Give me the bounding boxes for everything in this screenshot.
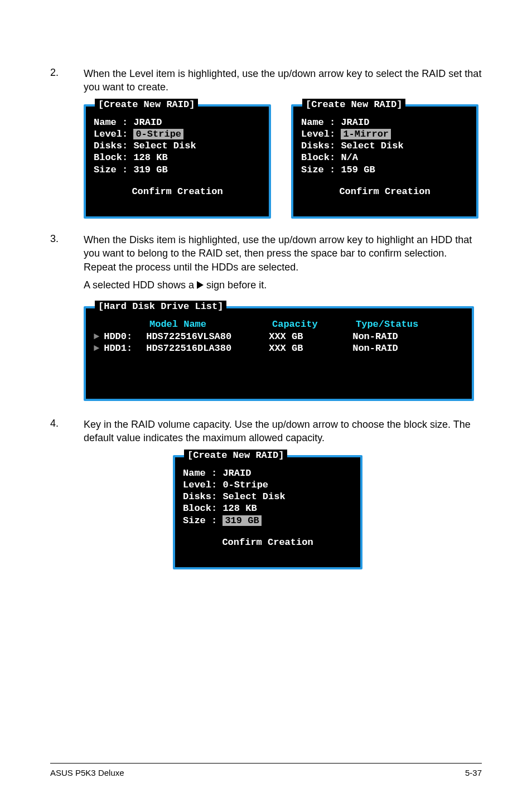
disks-value: Select Disk: [223, 491, 285, 502]
disk-type: Non-RAID: [352, 342, 398, 354]
arrow-icon: ►: [94, 342, 104, 354]
footer-right: 5-37: [465, 768, 482, 777]
col-capacity: Capacity: [272, 318, 356, 330]
bios-title: [Hard Disk Drive List]: [95, 301, 226, 312]
name-label: Name :: [183, 468, 217, 479]
block-label: Block:: [183, 503, 217, 514]
step-text: When the Level item is highlighted, use …: [84, 67, 482, 94]
text-pre: A selected HDD shows a: [84, 279, 197, 291]
level-value: 0-Stripe: [223, 480, 268, 490]
step-4: 4. Key in the RAID volume capacity. Use …: [50, 418, 482, 445]
level-label: Level:: [301, 129, 335, 139]
size-value-highlighted[interactable]: 319 GB: [223, 515, 261, 526]
step-2: 2. When the Level item is highlighted, u…: [50, 67, 482, 94]
footer-left: ASUS P5K3 Deluxe: [50, 768, 124, 777]
size-label: Size :: [94, 165, 128, 175]
name-label: Name :: [94, 117, 128, 128]
confirm-creation[interactable]: Confirm Creation: [94, 186, 261, 197]
disk-cap: XXX GB: [269, 342, 352, 354]
block-label: Block:: [301, 152, 335, 163]
level-label: Level:: [183, 480, 217, 490]
disks-label: Disks:: [94, 141, 128, 151]
block-label: Block:: [94, 152, 128, 163]
size-label: Size :: [301, 165, 335, 175]
level-value-highlighted[interactable]: 1-Mirror: [341, 129, 391, 139]
name-value: JRAID: [341, 117, 369, 128]
disks-label: Disks:: [183, 491, 217, 502]
disk-cap: XXX GB: [269, 331, 352, 342]
step-number: 4.: [50, 418, 84, 445]
arrow-icon: ►: [94, 331, 104, 342]
bios-create-raid-size: [Create New RAID] Name : JRAID Level: 0-…: [173, 455, 362, 570]
disk-id: HDD1:: [104, 342, 146, 354]
disk-model: HDS722516VLSA80: [146, 331, 269, 342]
col-type: Type/Status: [356, 318, 418, 330]
bios-title: [Create New RAID]: [302, 99, 405, 110]
bios-hard-disk-list: [Hard Disk Drive List] Model Name Capaci…: [84, 306, 474, 401]
play-icon: [197, 281, 204, 289]
confirm-creation[interactable]: Confirm Creation: [183, 537, 352, 548]
disk-type: Non-RAID: [352, 331, 398, 342]
level-value-highlighted[interactable]: 0-Stripe: [133, 129, 183, 139]
size-value: 159 GB: [341, 165, 375, 175]
bios-title: [Create New RAID]: [184, 450, 287, 461]
block-value: N/A: [341, 152, 358, 163]
disks-value: Select Disk: [341, 141, 403, 151]
disk-model: HDS722516DLA380: [146, 342, 269, 354]
step-text-2: A selected HDD shows a sign before it.: [84, 278, 482, 292]
block-value: 128 KB: [223, 503, 257, 514]
step-3: 3. When the Disks item is highlighted, u…: [50, 233, 482, 296]
disk-row[interactable]: ► HDD0: HDS722516VLSA80 XXX GB Non-RAID: [94, 331, 464, 342]
page-footer: ASUS P5K3 Deluxe 5-37: [50, 763, 482, 777]
step-number: 2.: [50, 67, 84, 94]
disks-label: Disks:: [301, 141, 335, 151]
name-value: JRAID: [133, 117, 162, 128]
level-label: Level:: [94, 129, 128, 139]
disks-value: Select Disk: [133, 141, 196, 151]
size-value: 319 GB: [133, 165, 167, 175]
col-model: Model Name: [149, 318, 272, 330]
bios-create-raid-mirror: [Create New RAID] Name : JRAID Level: 1-…: [291, 104, 478, 219]
disk-row[interactable]: ► HDD1: HDS722516DLA380 XXX GB Non-RAID: [94, 342, 464, 354]
step-text: Key in the RAID volume capacity. Use the…: [84, 418, 482, 445]
block-value: 128 KB: [133, 152, 167, 163]
step-text: When the Disks item is highlighted, use …: [84, 233, 482, 274]
name-label: Name :: [301, 117, 335, 128]
size-label: Size :: [183, 515, 217, 526]
bios-title: [Create New RAID]: [95, 99, 198, 110]
disk-id: HDD0:: [104, 331, 146, 342]
confirm-creation[interactable]: Confirm Creation: [301, 186, 468, 197]
text-post: sign before it.: [204, 279, 267, 291]
bios-create-raid-stripe: [Create New RAID] Name : JRAID Level: 0-…: [84, 104, 271, 219]
name-value: JRAID: [223, 468, 251, 479]
step-number: 3.: [50, 233, 84, 296]
